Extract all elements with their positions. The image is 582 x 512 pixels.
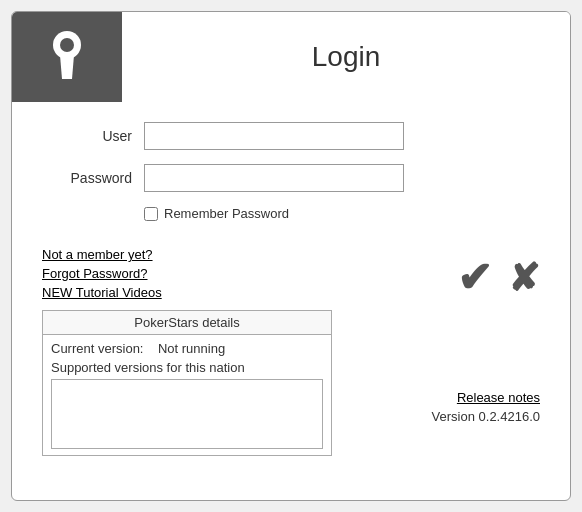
- action-buttons: ✔ ✘: [457, 257, 540, 299]
- main-window: Login User Password Remember Password No…: [11, 11, 571, 501]
- forgot-password-link[interactable]: Forgot Password?: [42, 266, 162, 281]
- password-label: Password: [52, 170, 132, 186]
- user-input[interactable]: [144, 122, 404, 150]
- title-area: Login: [122, 41, 570, 73]
- version-text: Version 0.2.4216.0: [432, 409, 540, 424]
- user-row: User: [52, 122, 530, 150]
- info-box-body: Current version: Not running Supported v…: [43, 335, 331, 455]
- svg-marker-2: [60, 55, 74, 79]
- not-a-member-link[interactable]: Not a member yet?: [42, 247, 162, 262]
- supported-versions-label: Supported versions for this nation: [51, 360, 323, 375]
- remember-row: Remember Password: [144, 206, 530, 221]
- release-notes-link[interactable]: Release notes: [457, 390, 540, 405]
- supported-versions-box: [51, 379, 323, 449]
- bottom-right: Release notes Version 0.2.4216.0: [432, 310, 540, 424]
- middle-section: Not a member yet? Forgot Password? NEW T…: [12, 247, 570, 300]
- logo-box: [12, 12, 122, 102]
- remember-label: Remember Password: [164, 206, 289, 221]
- info-box: PokerStars details Current version: Not …: [42, 310, 332, 456]
- page-title: Login: [312, 41, 381, 73]
- links-area: Not a member yet? Forgot Password? NEW T…: [42, 247, 162, 300]
- bottom-section: PokerStars details Current version: Not …: [12, 300, 570, 466]
- info-box-title: PokerStars details: [43, 311, 331, 335]
- current-version-value: Not running: [158, 341, 225, 356]
- keyhole-icon: [42, 27, 92, 87]
- confirm-button[interactable]: ✔: [457, 257, 492, 299]
- user-label: User: [52, 128, 132, 144]
- svg-point-1: [60, 38, 74, 52]
- password-row: Password: [52, 164, 530, 192]
- password-input[interactable]: [144, 164, 404, 192]
- form-area: User Password Remember Password: [12, 102, 570, 247]
- current-version-label: Current version:: [51, 341, 143, 356]
- current-version-row: Current version: Not running: [51, 341, 323, 356]
- cancel-button[interactable]: ✘: [508, 259, 540, 297]
- header: Login: [12, 12, 570, 102]
- new-tutorial-link[interactable]: NEW Tutorial Videos: [42, 285, 162, 300]
- remember-checkbox[interactable]: [144, 207, 158, 221]
